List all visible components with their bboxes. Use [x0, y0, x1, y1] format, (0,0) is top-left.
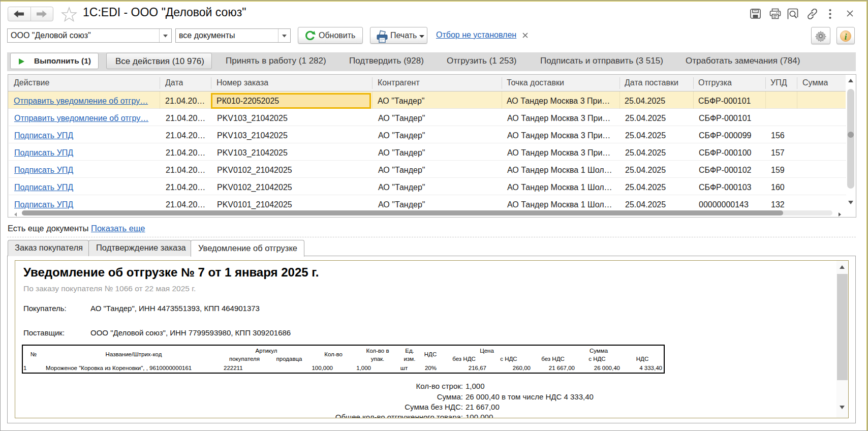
svg-text:i: i	[845, 32, 847, 42]
